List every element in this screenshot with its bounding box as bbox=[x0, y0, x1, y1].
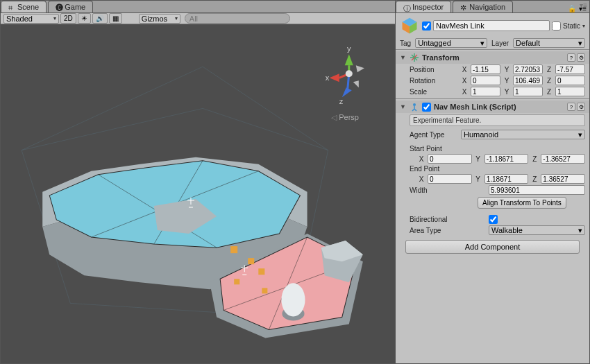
projection-label[interactable]: ◁ Persp bbox=[331, 113, 359, 122]
bidirectional-checkbox[interactable] bbox=[489, 215, 498, 224]
tab-game-label: Game bbox=[65, 3, 85, 11]
end-z-input[interactable] bbox=[541, 174, 585, 184]
tab-navigation-label: Navigation bbox=[469, 3, 505, 11]
scale-y-input[interactable] bbox=[513, 87, 543, 96]
gear-icon[interactable]: ⚙ bbox=[577, 103, 585, 111]
add-component-button[interactable]: Add Component bbox=[405, 240, 580, 254]
position-y-input[interactable] bbox=[513, 64, 543, 74]
svg-point-35 bbox=[413, 103, 416, 106]
experimental-notice: Experimental Feature. bbox=[410, 114, 585, 126]
svg-point-14 bbox=[281, 283, 305, 316]
rotation-label: Rotation bbox=[410, 77, 458, 85]
tab-inspector-label: Inspector bbox=[412, 3, 444, 11]
agent-type-select[interactable]: Humanoid▾ bbox=[461, 130, 585, 139]
rotation-z-input[interactable] bbox=[555, 76, 585, 85]
navigation-icon: ✲ bbox=[460, 3, 467, 10]
gizmos-label: Gizmos bbox=[142, 15, 167, 23]
svg-marker-20 bbox=[345, 54, 353, 65]
align-transform-button[interactable]: Align Transform To Points bbox=[478, 197, 566, 209]
tab-navigation[interactable]: ✲Navigation bbox=[453, 1, 513, 12]
rotation-x-input[interactable] bbox=[471, 76, 500, 85]
gameobject-active-checkbox[interactable] bbox=[422, 21, 431, 31]
end-x-input[interactable] bbox=[428, 174, 472, 184]
position-z-input[interactable] bbox=[555, 64, 585, 74]
gizmos-select[interactable]: Gizmos▾ bbox=[139, 14, 180, 24]
gameobject-icon bbox=[400, 16, 419, 35]
tab-game[interactable]: 🅒Game bbox=[48, 1, 93, 12]
tab-inspector[interactable]: ⓘInspector bbox=[396, 1, 451, 12]
tab-scene[interactable]: ⌗Scene bbox=[1, 1, 47, 12]
mode-2d-button[interactable]: 2D bbox=[60, 13, 76, 24]
axis-y: Y bbox=[503, 66, 510, 73]
width-input[interactable] bbox=[489, 185, 585, 195]
scale-label: Scale bbox=[410, 88, 458, 96]
tag-select[interactable]: Untagged▾ bbox=[415, 38, 487, 48]
layer-value: Default bbox=[516, 39, 540, 47]
svg-text:x: x bbox=[326, 73, 330, 82]
lighting-toggle[interactable]: ☀ bbox=[78, 13, 91, 24]
axis-z: Z bbox=[531, 155, 538, 163]
help-icon[interactable]: ? bbox=[567, 103, 575, 111]
static-label: Static bbox=[563, 22, 580, 30]
svg-rect-19 bbox=[262, 288, 267, 293]
shading-mode-label: Shaded bbox=[6, 15, 33, 23]
end-y-input[interactable] bbox=[484, 174, 529, 184]
layer-select[interactable]: Default▾ bbox=[513, 38, 585, 48]
svg-text:z: z bbox=[339, 97, 344, 105]
navmeshlink-enabled-checkbox[interactable] bbox=[422, 103, 431, 112]
navmeshlink-foldout[interactable]: ▼ bbox=[400, 103, 407, 110]
start-y-input[interactable] bbox=[484, 154, 529, 164]
svg-marker-23 bbox=[330, 73, 339, 82]
inspector-body: Static ▾ Tag Untagged▾ Layer Default▾ ▼ … bbox=[396, 13, 589, 363]
svg-rect-17 bbox=[258, 268, 264, 275]
svg-marker-30 bbox=[353, 80, 359, 87]
game-icon: 🅒 bbox=[56, 3, 62, 10]
audio-toggle[interactable]: 🔊 bbox=[92, 13, 108, 24]
tag-label: Tag bbox=[400, 40, 411, 47]
static-dropdown[interactable]: ▾ bbox=[582, 23, 585, 29]
scene-search-input[interactable] bbox=[185, 13, 290, 24]
inspector-tabbar: ⓘInspector ✲Navigation 🔒 ▾≡ bbox=[396, 1, 589, 13]
static-checkbox[interactable] bbox=[552, 21, 561, 31]
fx-toggle[interactable]: ▦ bbox=[109, 13, 122, 24]
navmeshlink-icon bbox=[410, 102, 419, 112]
tab-scene-label: Scene bbox=[17, 3, 39, 11]
start-x-input[interactable] bbox=[428, 154, 472, 164]
bidirectional-label: Bidirectional bbox=[410, 216, 486, 223]
svg-text:y: y bbox=[347, 44, 351, 53]
navmeshlink-title: Nav Mesh Link (Script) bbox=[434, 103, 564, 111]
transform-icon bbox=[410, 53, 419, 62]
start-z-input[interactable] bbox=[541, 154, 585, 164]
navmeshlink-component: ▼ Nav Mesh Link (Script) ? ⚙ Experimenta… bbox=[396, 98, 589, 237]
agent-type-value: Humanoid bbox=[464, 130, 498, 139]
position-x-input[interactable] bbox=[471, 64, 500, 74]
end-point-label: End Point bbox=[396, 164, 589, 173]
help-icon[interactable]: ? bbox=[567, 53, 575, 62]
lock-icon[interactable]: 🔒 bbox=[568, 5, 576, 12]
transform-foldout[interactable]: ▼ bbox=[400, 54, 407, 61]
transform-title: Transform bbox=[422, 53, 564, 62]
axis-x: X bbox=[461, 88, 468, 96]
axis-z: Z bbox=[531, 175, 538, 183]
svg-rect-18 bbox=[234, 279, 239, 284]
rotation-y-input[interactable] bbox=[513, 76, 543, 85]
axis-x: X bbox=[418, 175, 425, 183]
orientation-gizmo: y x z bbox=[326, 44, 364, 105]
axis-x: X bbox=[461, 66, 468, 73]
gameobject-name-input[interactable] bbox=[433, 20, 550, 31]
svg-rect-15 bbox=[230, 246, 237, 253]
shading-mode-select[interactable]: Shaded▾ bbox=[3, 14, 59, 24]
axis-z: Z bbox=[546, 77, 553, 85]
area-type-select[interactable]: Walkable▾ bbox=[489, 225, 585, 235]
scene-icon: ⌗ bbox=[8, 3, 15, 10]
gear-icon[interactable]: ⚙ bbox=[577, 53, 585, 62]
scene-viewport[interactable]: y x z ◁ Persp bbox=[1, 24, 395, 364]
start-point-label: Start Point bbox=[396, 144, 589, 153]
scale-x-input[interactable] bbox=[471, 87, 500, 96]
scene-tabbar: ⌗Scene 🅒Game ▾≡ bbox=[1, 1, 395, 13]
axis-z: Z bbox=[546, 66, 553, 73]
axis-z: Z bbox=[546, 88, 553, 96]
scale-z-input[interactable] bbox=[555, 87, 585, 96]
area-type-value: Walkable bbox=[491, 226, 523, 234]
tab-menu-icon[interactable]: ▾≡ bbox=[580, 1, 587, 9]
